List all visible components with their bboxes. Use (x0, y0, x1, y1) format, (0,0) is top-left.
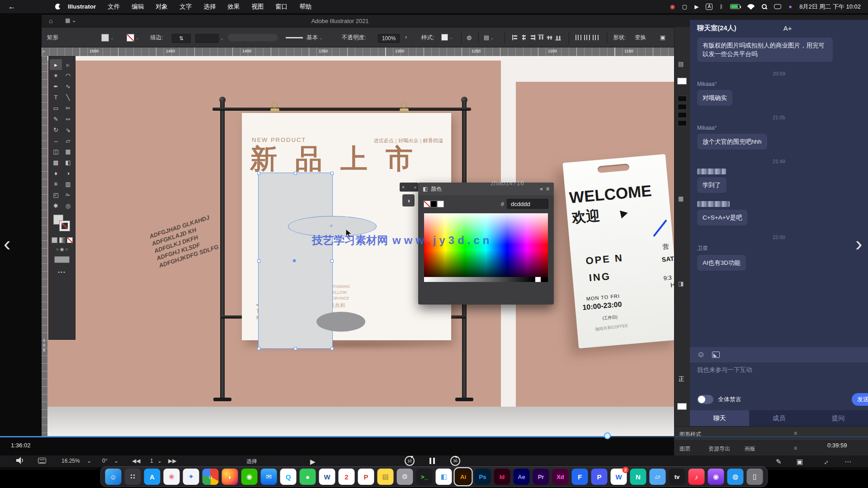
line-segment-tool[interactable]: ╲ (62, 92, 74, 103)
dock-icon-app-store[interactable]: A (144, 469, 160, 485)
dock-icon-preview[interactable]: ◧ (436, 469, 452, 485)
artboard-thumbnail[interactable] (678, 104, 687, 110)
selection-handle[interactable] (294, 347, 297, 350)
display-icon[interactable]: ▢ (682, 4, 687, 10)
shape-builder-tool[interactable]: ◫ (50, 146, 62, 157)
black-swatch[interactable] (430, 201, 437, 207)
pen-tool[interactable]: ✒ (50, 81, 62, 92)
direct-selection-tool[interactable]: ▹ (62, 59, 74, 70)
stroke-swatch-dropdown[interactable]: ⌄ (127, 34, 139, 42)
close-icon[interactable]: × (402, 185, 405, 190)
stroke-color-swatch[interactable] (60, 221, 70, 231)
tab-artboards[interactable]: 画板 (745, 445, 755, 453)
artboard-dropdown-icon[interactable]: ⌄ (157, 458, 162, 464)
selection-handle[interactable] (330, 172, 334, 175)
workspace-layout-icon[interactable]: ▦ ⌄ (65, 17, 76, 23)
bluetooth-icon[interactable]: ᛒ (720, 4, 723, 10)
rotation-value[interactable]: 0° (102, 458, 107, 464)
forward-button[interactable]: 30 (450, 456, 460, 466)
send-button[interactable]: 发送 (852, 393, 868, 406)
welcome-sign-mockup[interactable]: WELCOME 欢迎 OPE N ING MON TO FRI 10:00-23… (562, 154, 674, 348)
menu-edit[interactable]: 编辑 (132, 3, 144, 11)
lasso-tool[interactable]: ◠ (62, 70, 74, 81)
pause-button[interactable] (429, 458, 435, 465)
dock-icon-xd[interactable]: Xd (552, 469, 569, 485)
back-arrow-icon[interactable]: ← (8, 3, 15, 11)
dock-icon-apple-tv[interactable]: tv (669, 469, 685, 485)
dock-icon-photos[interactable]: ❀ (164, 469, 180, 485)
menu-object[interactable]: 对象 (156, 3, 168, 11)
chat-username[interactable]: Mikaaa° (697, 81, 861, 87)
horizontal-ruler[interactable]: « 15001450140013501300125012001150 (42, 47, 674, 56)
apple-logo-icon[interactable] (55, 4, 61, 9)
artboard-tool[interactable]: ◰ (50, 189, 62, 200)
dock-icon-finder[interactable]: ☺ (105, 469, 122, 485)
document-setup-icon[interactable]: ◍ (467, 34, 472, 41)
mini-player-icon[interactable]: ▣ (797, 458, 803, 466)
menu-effect[interactable]: 效果 (227, 3, 240, 11)
artboard-thumbnail[interactable] (678, 120, 687, 126)
menu-view[interactable]: 视图 (251, 3, 264, 11)
dock-icon-messages[interactable]: ● (300, 469, 316, 485)
dock-icon-podcasts[interactable]: ◉ (708, 469, 724, 485)
video-progress-bar[interactable] (0, 436, 868, 437)
vertical-ruler[interactable]: 108 (42, 56, 47, 437)
dock-icon-docker[interactable]: ◍ (727, 469, 744, 485)
preferences-icon[interactable]: ▤⌄ (484, 34, 494, 41)
selection-handle[interactable] (330, 347, 334, 350)
hand-tool[interactable]: ✱ (50, 200, 62, 211)
play-icon[interactable]: ▶ (694, 4, 698, 10)
dock-icon-launchpad[interactable]: ∷ (125, 469, 141, 485)
profile-icon[interactable]: ● (788, 3, 792, 10)
chat-input[interactable]: 我也来参与一下互动 (697, 366, 752, 374)
tab-members[interactable]: 成员 (749, 410, 808, 426)
dock-icon-photoshop[interactable]: Ps (475, 469, 491, 485)
progress-handle[interactable] (604, 432, 611, 439)
isolate-icon[interactable]: ▣ (660, 34, 665, 41)
input-source-icon[interactable]: A (706, 4, 712, 10)
selection-handle[interactable] (257, 259, 260, 263)
none-button[interactable] (67, 237, 73, 243)
fill-swatch-dropdown[interactable]: ⌄ (101, 34, 114, 42)
curvature-tool[interactable]: ∿ (62, 81, 74, 92)
more-options-icon[interactable]: ⋯ (844, 458, 851, 466)
transform-button[interactable]: 变换 (635, 34, 646, 42)
dock-icon-evernote[interactable]: N (630, 469, 646, 485)
rotate-tool[interactable]: ↻ (50, 124, 62, 135)
distribute-icons-group[interactable] (574, 34, 600, 40)
dock-icon-wecom[interactable]: W2 (611, 469, 627, 485)
blend-tool[interactable]: ◑ (62, 168, 74, 178)
menu-file[interactable]: 文件 (108, 3, 120, 11)
chevron-left-icon[interactable]: ‹ (4, 231, 10, 256)
panel-menu-icon[interactable]: ≡ (546, 186, 549, 192)
panel-resize-grip[interactable]: ▬▬ (418, 308, 554, 313)
brushes-panel-icon[interactable]: ◨ (678, 280, 684, 287)
chat-username[interactable]: 卫星 (697, 244, 861, 252)
panel-menu-icon[interactable]: ≡ (794, 430, 797, 436)
home-icon[interactable]: ⌂ (49, 17, 52, 24)
dock-icon-trash[interactable]: ▯ (747, 469, 763, 485)
type-tool[interactable]: T (50, 92, 62, 103)
rectangle-tool[interactable]: ▭ (50, 103, 62, 113)
opacity-panel-chevron[interactable]: › (405, 34, 407, 40)
volume-icon[interactable] (16, 457, 24, 465)
dock-icon-qq[interactable]: Q (280, 469, 297, 485)
dock-icon-safari[interactable]: ✦ (183, 469, 199, 485)
annotate-pencil-icon[interactable]: ✎ (776, 458, 782, 466)
dock-icon-pdf-tool[interactable]: P (591, 469, 608, 485)
black-corner-swatch[interactable] (542, 277, 548, 282)
status-play-icon[interactable]: ▶ (310, 458, 316, 466)
brush-definition-dropdown[interactable]: 基本⌄ (286, 34, 323, 42)
dock-icon-mail[interactable]: ✉ (261, 469, 277, 485)
dock-icon-figma[interactable]: F (572, 469, 588, 485)
tab-chat[interactable]: 聊天 (690, 410, 749, 426)
zoom-tool[interactable]: ◎ (62, 200, 74, 211)
tab-layers[interactable]: 图层 (679, 445, 690, 453)
scale-tool[interactable]: ⇘ (62, 124, 74, 135)
width-tool[interactable]: ↔ (50, 135, 62, 146)
collapse-icon[interactable]: « (540, 186, 543, 192)
chevron-right-icon[interactable]: › (855, 231, 862, 256)
battery-icon[interactable] (730, 4, 740, 9)
font-size-button[interactable]: A+ (783, 24, 792, 32)
selection-handle[interactable] (257, 347, 260, 350)
